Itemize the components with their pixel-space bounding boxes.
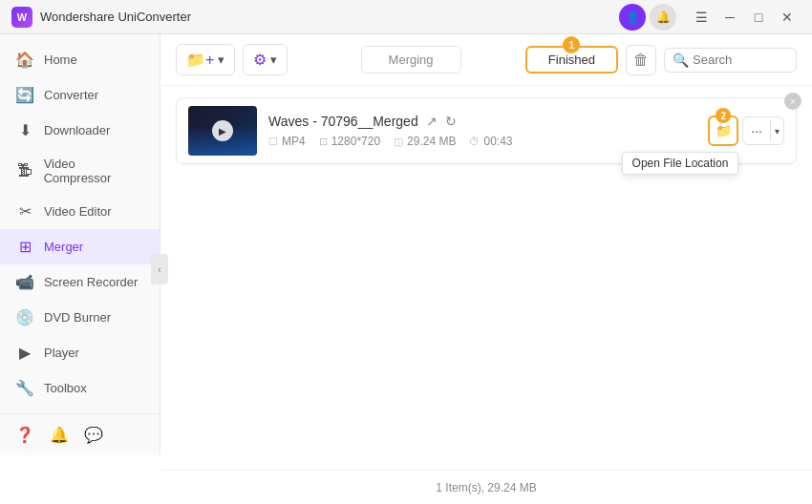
- menu-button[interactable]: ☰: [688, 4, 715, 31]
- file-thumbnail: ▶: [188, 106, 257, 156]
- window-controls[interactable]: ☰ ─ □ ✕: [688, 4, 801, 31]
- logo-text: W: [17, 11, 27, 23]
- finished-tab-wrapper: Finished 1: [525, 46, 618, 74]
- file-size: ◫ 29.24 MB: [394, 135, 456, 148]
- search-icon: 🔍: [673, 52, 689, 68]
- sidebar-footer: ❓ 🔔 💬: [0, 413, 160, 455]
- tab-group: Merging: [361, 46, 461, 74]
- file-resolution: ⊡ 1280*720: [319, 135, 380, 148]
- resolution-icon: ⊡: [319, 136, 328, 148]
- sidebar-label-editor: Video Editor: [44, 204, 112, 219]
- table-row: ▶ Waves - 70796__Merged ↗ ↻ ☐ MP4: [176, 97, 797, 164]
- sidebar-wrapper: 🏠 Home 🔄 Converter ⬇ Downloader 🗜 Video …: [0, 34, 160, 504]
- sidebar-label-converter: Converter: [44, 88, 98, 102]
- recorder-icon: 📹: [15, 273, 34, 291]
- more-dots-icon: ···: [743, 117, 770, 144]
- more-arrow-icon: ▾: [770, 120, 783, 142]
- titlebar-icons: 👤 🔔: [619, 4, 676, 31]
- sidebar: 🏠 Home 🔄 Converter ⬇ Downloader 🗜 Video …: [0, 34, 160, 455]
- file-name-text: Waves - 70796__Merged: [268, 114, 418, 129]
- finished-badge: 1: [563, 36, 580, 53]
- sidebar-item-screen-recorder[interactable]: 📹 Screen Recorder: [0, 264, 160, 300]
- add-file-button[interactable]: 📁+ ▾: [176, 44, 235, 75]
- search-box: 🔍: [664, 48, 797, 73]
- sidebar-item-player[interactable]: ▶ Player: [0, 335, 160, 370]
- refresh-icon[interactable]: ↻: [445, 114, 457, 129]
- toolbar: 📁+ ▾ ⚙ ▾ Merging Finished 1 🗑: [160, 34, 812, 86]
- collapse-sidebar-button[interactable]: ‹: [151, 254, 168, 284]
- sidebar-label-merger: Merger: [44, 240, 83, 254]
- sidebar-item-downloader[interactable]: ⬇ Downloader: [0, 113, 160, 148]
- toolbar-right: 🗑 🔍: [626, 45, 797, 75]
- file-actions: 📁 2 Open File Location ··· ▾: [708, 116, 784, 146]
- maximize-button[interactable]: □: [745, 4, 772, 31]
- sidebar-item-converter[interactable]: 🔄 Converter: [0, 77, 160, 113]
- action-badge: 2: [716, 108, 731, 123]
- home-icon: 🏠: [15, 51, 34, 69]
- close-button[interactable]: ✕: [774, 4, 801, 31]
- file-format: ☐ MP4: [268, 135, 306, 148]
- toolbox-icon: 🔧: [15, 379, 34, 397]
- more-options-button[interactable]: ··· ▾: [742, 116, 784, 145]
- sidebar-item-video-compressor[interactable]: 🗜 Video Compressor: [0, 148, 160, 194]
- converter-icon: 🔄: [15, 86, 34, 104]
- file-size-text: 29.24 MB: [407, 135, 456, 148]
- settings-button-label: ▾: [270, 52, 277, 67]
- editor-icon: ✂: [15, 202, 34, 220]
- file-name: Waves - 70796__Merged ↗ ↻: [268, 114, 696, 129]
- dvd-icon: 💿: [15, 308, 34, 326]
- titlebar: W Wondershare UniConverter 👤 🔔 ☰ ─ □ ✕: [0, 0, 812, 34]
- file-format-text: MP4: [282, 135, 306, 148]
- file-duration-text: 00:43: [483, 135, 512, 148]
- sidebar-item-toolbox[interactable]: 🔧 Toolbox: [0, 370, 160, 406]
- file-meta: ☐ MP4 ⊡ 1280*720 ◫ 29.24 MB ⏱: [268, 135, 696, 148]
- notification-icon[interactable]: 🔔: [50, 426, 69, 444]
- sidebar-label-dvd: DVD Burner: [44, 310, 111, 325]
- user-icon[interactable]: 👤: [619, 4, 646, 31]
- delete-button[interactable]: 🗑: [626, 45, 656, 75]
- sidebar-nav: 🏠 Home 🔄 Converter ⬇ Downloader 🗜 Video …: [0, 34, 160, 413]
- sidebar-item-merger[interactable]: ⊞ Merger: [0, 229, 160, 264]
- merger-icon: ⊞: [15, 238, 34, 256]
- file-resolution-text: 1280*720: [331, 135, 380, 148]
- sidebar-item-home[interactable]: 🏠 Home: [0, 42, 160, 77]
- tooltip-open-file-location: Open File Location: [622, 152, 739, 175]
- compressor-icon: 🗜: [15, 162, 34, 179]
- file-info: Waves - 70796__Merged ↗ ↻ ☐ MP4 ⊡ 1280*7…: [268, 114, 696, 148]
- sidebar-label-home: Home: [44, 52, 77, 67]
- main-layout: 🏠 Home 🔄 Converter ⬇ Downloader 🗜 Video …: [0, 34, 812, 504]
- app-logo: W: [11, 7, 32, 28]
- content-area: 📁+ ▾ ⚙ ▾ Merging Finished 1 🗑: [160, 34, 812, 504]
- statusbar: 1 Item(s), 29.24 MB: [160, 470, 812, 504]
- statusbar-text: 1 Item(s), 29.24 MB: [436, 481, 536, 494]
- duration-icon: ⏱: [469, 136, 480, 147]
- file-list: ▶ Waves - 70796__Merged ↗ ↻ ☐ MP4: [160, 86, 812, 470]
- add-icon: 📁+: [186, 51, 214, 69]
- app-title: Wondershare UniConverter: [40, 10, 619, 24]
- sidebar-item-dvd-burner[interactable]: 💿 DVD Burner: [0, 300, 160, 335]
- tab-merging[interactable]: Merging: [362, 47, 460, 73]
- sidebar-label-player: Player: [44, 346, 79, 360]
- bell-icon[interactable]: 🔔: [650, 4, 676, 31]
- search-input[interactable]: [693, 52, 788, 67]
- size-icon: ◫: [394, 136, 403, 148]
- help-icon[interactable]: ❓: [15, 426, 34, 444]
- file-duration: ⏱ 00:43: [469, 135, 512, 148]
- sidebar-label-downloader: Downloader: [44, 123, 110, 137]
- player-icon: ▶: [15, 344, 34, 362]
- sidebar-label-compressor: Video Compressor: [44, 157, 144, 185]
- minimize-button[interactable]: ─: [716, 4, 743, 31]
- remove-file-button[interactable]: ×: [784, 93, 801, 110]
- downloader-icon: ⬇: [15, 121, 34, 139]
- tab-container: Merging Finished 1: [295, 46, 618, 74]
- feedback-icon[interactable]: 💬: [84, 426, 103, 444]
- sidebar-label-toolbox: Toolbox: [44, 381, 87, 395]
- sidebar-label-recorder: Screen Recorder: [44, 275, 138, 289]
- sidebar-item-video-editor[interactable]: ✂ Video Editor: [0, 194, 160, 229]
- open-location-wrapper: 📁 2 Open File Location: [708, 116, 738, 146]
- settings-button[interactable]: ⚙ ▾: [243, 44, 288, 75]
- add-button-label: ▾: [218, 52, 224, 67]
- open-file-icon[interactable]: ↗: [426, 114, 438, 129]
- format-icon: ☐: [268, 136, 278, 148]
- play-button[interactable]: ▶: [212, 120, 233, 141]
